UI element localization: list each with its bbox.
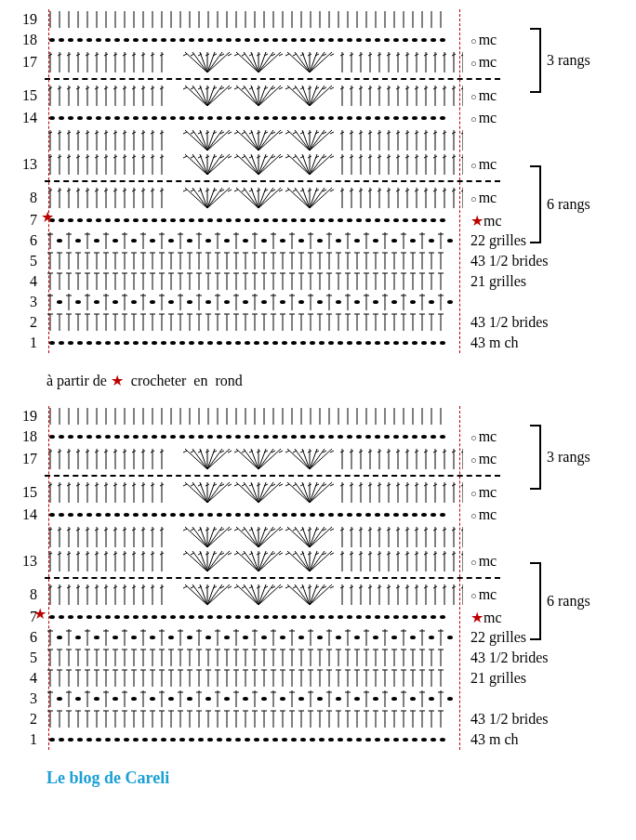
svg-line-1224 [279, 451, 283, 453]
svg-point-55 [161, 38, 166, 42]
row-annotation: mc [463, 451, 497, 467]
svg-point-1754 [150, 636, 155, 639]
svg-point-690 [280, 239, 285, 243]
bracket-text: 3 rangs [547, 449, 590, 466]
svg-point-1151 [263, 435, 269, 439]
row-number: 1 [9, 335, 45, 351]
svg-line-540 [183, 190, 187, 191]
row-number: 4 [9, 273, 45, 290]
svg-point-928 [280, 300, 285, 304]
svg-point-1154 [291, 435, 297, 439]
svg-point-1380 [207, 513, 213, 517]
svg-point-294 [198, 116, 204, 120]
row-annotation: 43 m ch [463, 335, 519, 351]
svg-point-2156 [319, 738, 325, 742]
svg-point-1134 [105, 435, 111, 439]
svg-line-125 [228, 54, 232, 56]
svg-point-1695 [59, 615, 64, 619]
svg-point-1720 [291, 615, 297, 619]
svg-line-113 [183, 54, 187, 56]
svg-point-1055 [170, 341, 176, 345]
svg-point-1152 [272, 435, 278, 439]
svg-line-1320 [279, 484, 283, 486]
stitch-row-clusters [45, 128, 463, 152]
svg-point-1395 [347, 513, 352, 517]
svg-point-282 [86, 116, 92, 120]
svg-point-1141 [170, 435, 176, 439]
svg-point-675 [187, 239, 192, 243]
svg-line-127 [234, 54, 238, 56]
svg-point-2132 [96, 738, 101, 742]
svg-point-714 [429, 239, 434, 243]
svg-point-1723 [319, 615, 325, 619]
svg-line-1529 [183, 553, 187, 555]
stitch-row-hdc [45, 709, 463, 729]
row-annotation: mc [463, 484, 497, 501]
stitch-row-clusters [45, 525, 463, 549]
svg-point-913 [187, 300, 192, 304]
svg-point-611 [68, 218, 73, 222]
svg-line-566 [279, 190, 283, 191]
svg-line-556 [242, 190, 245, 191]
svg-point-1063 [245, 341, 250, 345]
svg-point-1390 [300, 513, 306, 517]
svg-point-648 [412, 218, 417, 222]
svg-point-2164 [393, 738, 399, 742]
svg-line-1447 [234, 529, 238, 531]
svg-point-1393 [328, 513, 334, 517]
svg-point-62 [226, 38, 232, 42]
svg-point-1070 [310, 341, 315, 345]
chart-row: 4 21 grilles [9, 271, 636, 292]
svg-line-1641 [242, 586, 245, 588]
svg-point-623 [179, 218, 185, 222]
svg-point-687 [261, 239, 267, 243]
svg-line-552 [228, 190, 232, 191]
svg-point-1732 [403, 615, 408, 619]
stitch-row-grid [45, 230, 463, 251]
svg-point-306 [310, 116, 315, 120]
svg-point-1081 [412, 341, 417, 345]
svg-point-1057 [189, 341, 194, 345]
svg-point-2161 [365, 738, 371, 742]
svg-point-319 [431, 116, 436, 120]
svg-point-2037 [429, 697, 434, 701]
svg-point-70 [300, 38, 306, 42]
stitch-row-hdc [45, 271, 463, 292]
star-icon: ★ [41, 208, 54, 226]
svg-line-1461 [285, 529, 289, 531]
svg-point-1370 [114, 513, 120, 517]
svg-point-1396 [356, 513, 362, 517]
svg-point-612 [77, 218, 83, 222]
svg-point-1399 [384, 513, 390, 517]
svg-point-317 [412, 116, 417, 120]
svg-point-1703 [133, 615, 139, 619]
svg-point-1066 [272, 341, 278, 345]
svg-point-646 [393, 218, 399, 222]
svg-line-1214 [242, 451, 245, 453]
svg-point-1704 [142, 615, 148, 619]
svg-point-2150 [263, 738, 269, 742]
svg-point-1061 [226, 341, 232, 345]
svg-point-2131 [86, 738, 92, 742]
svg-point-943 [373, 300, 378, 304]
svg-line-1445 [228, 529, 232, 531]
svg-point-1733 [412, 615, 417, 619]
svg-point-2151 [272, 738, 278, 742]
svg-point-616 [114, 218, 120, 222]
svg-point-1404 [431, 513, 436, 517]
svg-point-711 [410, 239, 416, 243]
svg-point-666 [131, 239, 137, 243]
svg-point-2166 [412, 738, 417, 742]
svg-point-320 [440, 116, 445, 120]
svg-point-624 [189, 218, 194, 222]
dashed-separator [45, 78, 500, 80]
svg-line-1449 [242, 529, 245, 531]
svg-point-1745 [94, 636, 99, 639]
row-number: 14 [9, 506, 45, 523]
svg-line-1322 [285, 484, 289, 486]
svg-point-955 [447, 300, 453, 304]
svg-point-1710 [198, 615, 204, 619]
stitch-row-grid [45, 689, 463, 709]
svg-point-1072 [328, 341, 334, 345]
svg-point-946 [391, 300, 397, 304]
